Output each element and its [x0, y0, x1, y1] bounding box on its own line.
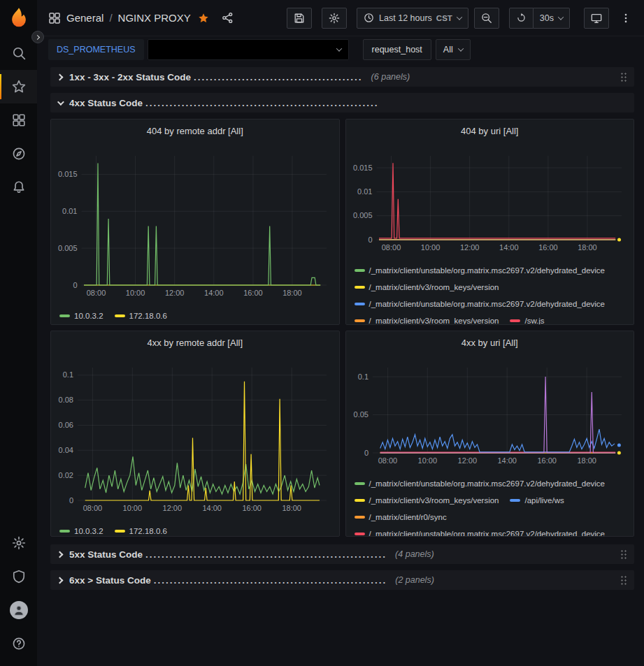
sidebar-item-profile[interactable]	[0, 593, 37, 627]
grafana-logo[interactable]	[0, 0, 37, 36]
favorite-star-button[interactable]	[198, 13, 209, 24]
panel-title[interactable]: 4xx by remote addr [All]	[57, 335, 334, 351]
sidebar-item-search[interactable]	[0, 36, 37, 70]
time-series-chart[interactable]: 00.0050.010.01508:0010:0012:0014:0016:00…	[352, 150, 629, 256]
request-host-variable-label[interactable]: request_host	[363, 39, 431, 60]
legend-series-label: /sw.js	[524, 313, 544, 325]
legend-item[interactable]: /_matrix/client/unstable/org.matrix.msc2…	[355, 476, 606, 491]
legend-series-label: 10.0.3.2	[74, 308, 103, 324]
row-header-5xx[interactable]: 5xx Status Code ........................…	[50, 544, 634, 564]
svg-text:08:00: 08:00	[87, 289, 106, 297]
request-host-select[interactable]: All	[436, 39, 471, 60]
breadcrumb-folder[interactable]: General	[66, 12, 103, 24]
legend-series-label: /_matrix/client/unstable/org.matrix.msc2…	[369, 263, 606, 278]
star-icon	[12, 80, 26, 94]
request-host-select-value: All	[443, 45, 453, 55]
legend-item[interactable]: /_matrix/client/v3/room_keys/version	[355, 280, 499, 295]
legend-item[interactable]: 10.0.3.2	[59, 523, 103, 537]
legend-item[interactable]: /_matrix/client/v3/room_keys/version	[355, 493, 499, 508]
chevron-down-icon	[558, 14, 564, 20]
sidebar-item-dashboards[interactable]	[0, 103, 37, 137]
row-header-4xx[interactable]: 4xx Status Code ........................…	[50, 93, 634, 113]
time-range-picker[interactable]: Last 12 hours CST	[357, 8, 468, 29]
sidebar-item-starred[interactable]	[0, 70, 37, 103]
sidebar-expand-button[interactable]	[31, 31, 44, 43]
zoom-out-time-button[interactable]	[474, 8, 499, 29]
more-options-button[interactable]	[617, 12, 634, 24]
legend-series-marker	[510, 499, 520, 502]
save-dashboard-button[interactable]	[287, 8, 312, 29]
legend-series-label: 172.18.0.6	[129, 523, 167, 537]
svg-text:18:00: 18:00	[282, 289, 302, 297]
legend-item[interactable]: /_matrix/client/r0/sync	[355, 509, 447, 525]
share-button[interactable]	[222, 12, 234, 24]
panel-4xx-by-remote-addr: 4xx by remote addr [All] 00.020.040.060.…	[50, 331, 340, 537]
datasource-variable-label[interactable]: DS_PROMETHEUS	[48, 39, 144, 60]
svg-text:12:00: 12:00	[459, 243, 479, 252]
save-icon	[294, 13, 305, 24]
legend-item[interactable]: /sw.js	[510, 313, 544, 325]
legend-series-label: /api/live/ws	[524, 493, 564, 508]
chart-canvas: 00.050.108:0010:0012:0014:0016:0018:00	[352, 362, 629, 467]
dashboard-settings-button[interactable]	[322, 8, 347, 29]
bell-icon	[12, 180, 26, 194]
drag-handle-icon[interactable]	[620, 575, 627, 586]
row-title-dots: ........................................…	[145, 98, 379, 108]
legend-series-marker	[59, 314, 70, 317]
panel-title[interactable]: 404 by uri [All]	[352, 124, 629, 139]
chart-legend: /_matrix/client/unstable/org.matrix.msc2…	[352, 476, 629, 537]
legend-series-label: /_matrix/client/unstable/org.matrix.msc2…	[369, 476, 606, 491]
svg-text:16:00: 16:00	[537, 456, 557, 465]
apps-grid-icon[interactable]	[48, 12, 61, 24]
legend-series-marker	[355, 286, 365, 289]
sidebar-item-security[interactable]	[0, 560, 37, 593]
refresh-button[interactable]	[509, 8, 534, 29]
zoom-out-icon	[481, 13, 492, 24]
time-series-chart[interactable]: 00.020.040.060.080.108:0010:0012:0014:00…	[57, 362, 334, 516]
kiosk-mode-button[interactable]	[584, 8, 609, 29]
star-filled-icon	[198, 13, 209, 24]
svg-text:08:00: 08:00	[83, 504, 103, 512]
panel-title[interactable]: 404 by remote addr [All]	[57, 124, 334, 139]
refresh-icon	[516, 13, 527, 23]
row-header-1xx-3xx-2xx[interactable]: 1xx - 3xx - 2xx Status Code ............…	[50, 67, 634, 87]
legend-item[interactable]: /_matrix/client/unstable/org.matrix.msc2…	[355, 526, 606, 537]
legend-item[interactable]: 10.0.3.2	[59, 308, 103, 324]
legend-item[interactable]: 172.18.0.6	[115, 523, 167, 537]
row-panel-count: (4 panels)	[395, 549, 434, 559]
svg-text:0.06: 0.06	[59, 421, 73, 429]
panel-title[interactable]: 4xx by uri [All]	[352, 335, 629, 351]
svg-text:0.01: 0.01	[357, 187, 372, 196]
sidebar-item-help[interactable]	[0, 627, 37, 660]
svg-text:16:00: 16:00	[242, 504, 262, 512]
gear-icon	[329, 13, 340, 24]
chart-legend: 10.0.3.2172.18.0.6	[57, 308, 334, 324]
sidebar-item-explore[interactable]	[0, 137, 37, 171]
time-series-chart[interactable]: 00.0050.010.01508:0010:0012:0014:0016:00…	[57, 150, 334, 301]
legend-item[interactable]: /_matrix/client/unstable/org.matrix.msc2…	[355, 263, 606, 278]
time-series-chart[interactable]: 00.050.108:0010:0012:0014:0016:0018:00	[352, 362, 629, 469]
sidebar-item-alerting[interactable]	[0, 171, 37, 204]
sidebar-item-settings[interactable]	[0, 526, 37, 560]
datasource-select[interactable]	[148, 39, 349, 60]
drag-handle-icon[interactable]	[620, 549, 627, 560]
refresh-interval-dropdown[interactable]: 30s	[534, 8, 570, 29]
svg-text:12:00: 12:00	[457, 456, 477, 465]
svg-text:0.08: 0.08	[59, 396, 73, 404]
legend-item[interactable]: /_matrix/client/unstable/org.matrix.msc2…	[355, 296, 606, 312]
svg-text:0: 0	[73, 281, 77, 289]
row-header-6xx[interactable]: 6xx > Status Code ......................…	[50, 570, 634, 590]
legend-item[interactable]: /_matrix/client/v3/room_keys/version	[355, 313, 499, 325]
legend-item[interactable]: 172.18.0.6	[115, 308, 167, 324]
row-title-dots: ........................................…	[154, 575, 387, 586]
drag-handle-icon[interactable]	[620, 72, 627, 82]
chevron-down-icon	[457, 14, 462, 20]
grafana-dashboard-screen: General / NGINX PROXY Last 12 hours CST	[0, 0, 644, 666]
legend-series-label: /_matrix/client/unstable/org.matrix.msc2…	[369, 296, 606, 312]
svg-text:16:00: 16:00	[538, 243, 558, 252]
legend-series-marker	[355, 482, 365, 485]
chevron-right-icon	[57, 73, 64, 80]
svg-text:08:00: 08:00	[378, 456, 397, 465]
legend-item[interactable]: /api/live/ws	[510, 493, 564, 508]
panel-404-by-uri: 404 by uri [All] 00.0050.010.01508:0010:…	[345, 119, 635, 325]
